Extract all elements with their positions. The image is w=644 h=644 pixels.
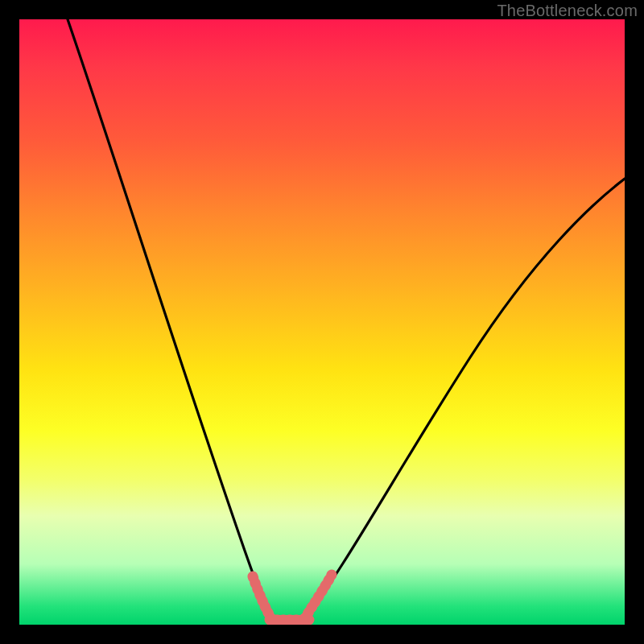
chart-frame: TheBottleneck.com [0, 0, 644, 644]
plot-area [19, 19, 625, 625]
highlight-left-icon [253, 576, 272, 620]
watermark-text: TheBottleneck.com [497, 2, 638, 20]
highlight-right-icon [304, 575, 332, 619]
left-curve [68, 19, 270, 618]
curve-layer [19, 19, 625, 625]
right-curve [306, 179, 625, 617]
